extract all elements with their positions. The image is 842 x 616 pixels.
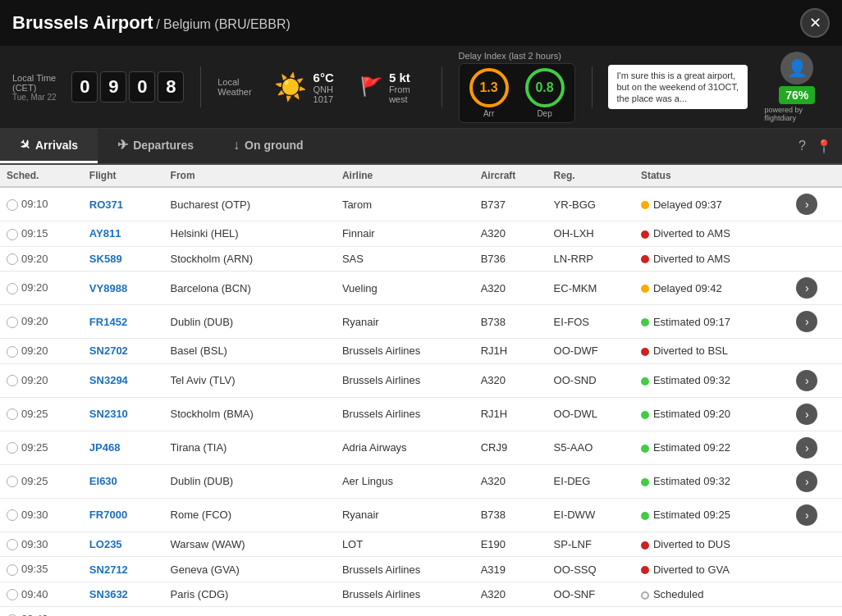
cell-reg: EC-MKM	[547, 271, 634, 305]
detail-arrow-button[interactable]: ›	[796, 370, 817, 391]
cell-sched: 09:20	[0, 339, 83, 364]
cell-action[interactable]	[789, 532, 842, 557]
cell-flight[interactable]: FR7000	[83, 498, 164, 532]
tab-departures[interactable]: ✈ Departures	[98, 129, 213, 163]
cell-status: Estimated 09:25	[634, 498, 789, 532]
cell-action[interactable]: ›	[789, 431, 842, 464]
flights-table: Sched. Flight From Airline Aircraft Reg.…	[0, 165, 842, 616]
cell-status: Diverted to DUS	[634, 532, 789, 557]
cell-sched: 09:30	[0, 498, 83, 532]
cell-flight[interactable]: SN2702	[83, 339, 164, 364]
cell-flight[interactable]: EI630	[83, 464, 164, 498]
cell-sched: 09:25	[0, 431, 83, 464]
table-row: 09:20SK589Stockholm (ARN)SASB736LN-RRPDi…	[0, 246, 842, 271]
cell-airline: Brussels Airlines	[336, 557, 474, 582]
cell-status: Diverted to BSL	[634, 339, 789, 364]
cell-action[interactable]	[789, 557, 842, 582]
wind-speed: 5 kt	[389, 71, 425, 84]
cell-flight[interactable]: AY811	[83, 221, 164, 247]
table-row: 09:20SN3294Tel Aviv (TLV)Brussels Airlin…	[0, 363, 842, 397]
detail-arrow-button[interactable]: ›	[796, 437, 817, 459]
cell-airline: Brussels Airlines	[336, 339, 474, 364]
cell-action[interactable]: ›	[789, 498, 842, 532]
cell-action[interactable]	[789, 582, 842, 607]
cell-reg: OO-SSQ	[547, 557, 634, 582]
cell-action[interactable]: ›	[789, 363, 842, 397]
cell-flight[interactable]: LO235	[83, 532, 164, 557]
detail-arrow-button[interactable]: ›	[796, 471, 817, 492]
cell-from: Helsinki (HEL)	[164, 221, 336, 247]
cell-flight[interactable]: SN2712	[83, 557, 164, 582]
cell-action[interactable]	[789, 607, 842, 616]
wind-icon: 🚩	[360, 76, 382, 98]
info-bar: Local Time (CET) Tue, Mar 22 0 9 0 8 Loc…	[0, 46, 842, 129]
close-button[interactable]: ✕	[800, 8, 830, 38]
cell-reg: OH-LXH	[547, 221, 634, 247]
cell-status: Estimated 09:32	[634, 363, 789, 397]
cell-from: Warsaw (WAW)	[164, 532, 336, 557]
cell-action[interactable]: ›	[789, 305, 842, 339]
cell-flight[interactable]: SN2310	[83, 397, 164, 431]
cell-aircraft: RJ1H	[474, 339, 547, 364]
cell-aircraft: A320	[474, 582, 547, 607]
cell-aircraft: A320	[474, 363, 547, 397]
powered-by: powered by flightdiary	[764, 106, 830, 122]
col-reg: Reg.	[547, 165, 634, 187]
cell-reg: LN-RRP	[547, 246, 634, 271]
cell-action[interactable]	[789, 221, 842, 247]
help-icon[interactable]: ?	[799, 139, 806, 153]
cell-flight[interactable]: RO371	[83, 187, 164, 221]
table-row: 09:25SN2310Stockholm (BMA)Brussels Airli…	[0, 397, 842, 431]
airport-subtitle: / Belgium (BRU/EBBR)	[156, 17, 291, 31]
cell-action[interactable]: ›	[789, 271, 842, 305]
cell-flight[interactable]: SN3294	[83, 363, 164, 397]
detail-arrow-button[interactable]: ›	[796, 504, 817, 526]
detail-arrow-button[interactable]: ›	[796, 194, 817, 215]
tab-on-ground[interactable]: ↓ On ground	[213, 129, 323, 163]
cell-aircraft: RJ1H	[474, 397, 547, 431]
cell-action[interactable]: ›	[789, 187, 842, 221]
cell-flight[interactable]: SN3632	[83, 582, 164, 607]
cell-from: Tirana (TIA)	[164, 431, 336, 464]
location-icon[interactable]: 📍	[816, 139, 832, 154]
cell-airline: Vueling	[336, 271, 474, 305]
cell-flight[interactable]: FR1452	[83, 305, 164, 339]
cell-flight[interactable]: JP468	[83, 431, 164, 464]
cell-sched: 09:15	[0, 221, 83, 247]
cell-flight[interactable]: SK589	[83, 246, 164, 271]
cell-status: Estimated 09:32	[634, 464, 789, 498]
cell-from: Basel (BSL)	[164, 339, 336, 364]
cell-from: Geneva (GVA)	[164, 557, 336, 582]
review-box: I'm sure this is a great airport, but on…	[608, 65, 748, 110]
cell-airline: Ryanair	[336, 498, 474, 532]
user-score-area: 👤 76% powered by flightdiary	[764, 52, 830, 122]
table-row: 09:10RO371Bucharest (OTP)TaromB737YR-BGG…	[0, 187, 842, 221]
cell-action[interactable]	[789, 339, 842, 364]
detail-arrow-button[interactable]: ›	[796, 404, 817, 425]
cell-airline: LOT	[336, 532, 474, 557]
flights-table-container: Sched. Flight From Airline Aircraft Reg.…	[0, 165, 842, 616]
cell-action[interactable]	[789, 246, 842, 271]
col-action	[789, 165, 842, 187]
detail-arrow-button[interactable]: ›	[796, 277, 817, 299]
airport-name: Brussels Airport	[12, 12, 153, 33]
table-row: 09:25EI630Dublin (DUB)Aer LingusA320EI-D…	[0, 464, 842, 498]
digit-h1: 0	[71, 71, 98, 103]
cell-flight[interactable]: BM1233	[83, 607, 164, 616]
cell-from: Dublin (DUB)	[164, 305, 336, 339]
cell-flight[interactable]: VY8988	[83, 271, 164, 305]
detail-arrow-button[interactable]: ›	[796, 311, 817, 332]
col-status: Status	[634, 165, 789, 187]
cell-from: Stockholm (ARN)	[164, 246, 336, 271]
dep-value: 0.8	[535, 80, 553, 95]
local-time-label: Local Time (CET)	[12, 73, 65, 93]
table-header-row: Sched. Flight From Airline Aircraft Reg.…	[0, 165, 842, 187]
cell-action[interactable]: ›	[789, 464, 842, 498]
cell-aircraft: B737	[474, 187, 547, 221]
tab-arrivals[interactable]: ✈ Arrivals	[0, 129, 98, 163]
cell-action[interactable]: ›	[789, 397, 842, 431]
airport-title: Brussels Airport / Belgium (BRU/EBBR)	[12, 12, 291, 34]
review-text: I'm sure this is a great airport, but on…	[616, 71, 739, 104]
weather-details: 6°C QNH 1017	[313, 71, 350, 104]
col-flight: Flight	[83, 165, 164, 187]
